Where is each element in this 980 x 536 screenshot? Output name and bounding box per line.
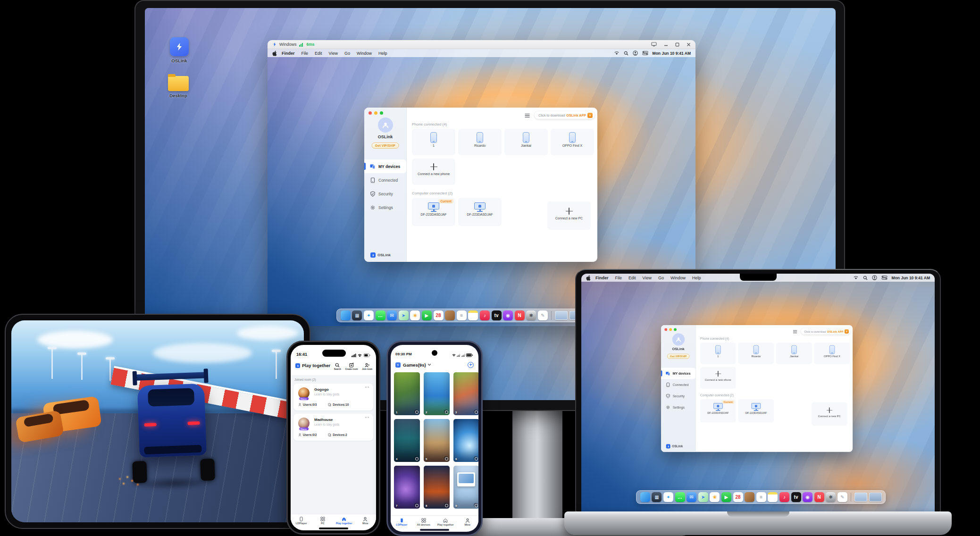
game-settings-icon[interactable] <box>414 410 419 414</box>
sidebar-item-settings[interactable]: Settings <box>661 402 695 413</box>
room-card[interactable]: Owner Gogogo Learn to slay gods Users:0/… <box>293 384 373 410</box>
sidebar-item-security[interactable]: Security <box>364 187 406 201</box>
tab-play-together[interactable]: Play together <box>435 516 457 528</box>
game-settings-icon[interactable] <box>444 456 448 461</box>
dock-app-icon[interactable]: ▶ <box>721 492 731 502</box>
wifi-icon[interactable] <box>614 51 620 55</box>
maximize-icon[interactable] <box>675 42 679 47</box>
connect-new-phone-button[interactable]: Connect a new phone <box>412 159 455 185</box>
sidebar-item-connected[interactable]: Connected <box>364 173 406 187</box>
add-game-button[interactable] <box>468 362 474 368</box>
game-settings-icon[interactable] <box>474 410 478 414</box>
user-menu-icon[interactable] <box>872 275 877 280</box>
menu-item[interactable]: Edit <box>315 51 322 56</box>
dock-app-icon[interactable]: ➤ <box>698 492 708 502</box>
tab-ldplayer[interactable]: LDPlayer <box>391 516 413 528</box>
game-settings-icon[interactable] <box>414 456 419 461</box>
more-options-icon[interactable] <box>368 417 369 418</box>
dock-app-icon[interactable] <box>555 311 568 320</box>
sidebar-item-my-devices[interactable]: MY devices <box>364 159 406 173</box>
game-settings-icon[interactable] <box>444 410 448 414</box>
dock-app-icon[interactable]: ◉ <box>503 310 513 320</box>
menu-item[interactable]: Window <box>357 51 372 56</box>
dock-app-icon[interactable]: ◉ <box>803 492 812 502</box>
connect-new-pc-button[interactable]: Connect a new PC <box>812 402 847 426</box>
home-indicator[interactable] <box>420 529 449 531</box>
games-dropdown-label[interactable]: Games(9s) <box>403 362 426 368</box>
menu-item[interactable]: File <box>615 276 622 280</box>
dock-app-icon[interactable]: ♪ <box>480 310 490 320</box>
menu-item[interactable]: Window <box>670 276 686 280</box>
close-window-button[interactable] <box>664 328 667 331</box>
sidebar-item-my-devices[interactable]: MY devices <box>661 368 695 379</box>
game-settings-icon[interactable] <box>474 456 478 461</box>
phone-device-card[interactable]: Ricardo <box>738 343 774 364</box>
search-icon[interactable] <box>863 276 868 280</box>
game-thumbnail[interactable]: 7 <box>394 466 420 509</box>
dock-app-icon[interactable]: ✦ <box>663 492 673 502</box>
tab-pc[interactable]: PC <box>312 514 333 527</box>
dock-app-icon[interactable]: ♪ <box>779 492 789 502</box>
download-app-button[interactable]: Click to download OSLink APP <box>801 328 850 335</box>
phone-device-card[interactable]: Jiankai <box>776 343 812 364</box>
home-indicator[interactable] <box>319 528 348 529</box>
menu-item[interactable]: File <box>302 51 309 56</box>
menu-item[interactable]: Finder <box>282 51 295 56</box>
phone-device-card[interactable]: OPPO Find X <box>551 129 594 155</box>
dock-app-icon[interactable] <box>640 492 650 502</box>
chevron-down-icon[interactable] <box>427 363 431 366</box>
dock-app-icon[interactable]: tv <box>791 492 801 502</box>
display-settings-icon[interactable] <box>651 42 657 47</box>
menu-item[interactable]: Edit <box>628 276 636 280</box>
download-app-button[interactable]: Click to download OSLink APP <box>535 111 595 119</box>
dock-app-icon[interactable]: ✱ <box>526 310 536 320</box>
game-thumbnail[interactable]: 1 <box>394 372 420 415</box>
dock-app-icon[interactable]: ✉ <box>387 310 397 320</box>
game-settings-icon[interactable] <box>474 503 478 507</box>
zoom-window-button[interactable] <box>674 328 677 331</box>
dock-app-icon[interactable]: ▦ <box>652 492 662 502</box>
search-icon[interactable] <box>624 51 628 56</box>
apple-logo-icon[interactable] <box>586 275 591 281</box>
dock-app-icon[interactable]: 28 <box>434 310 444 320</box>
more-options-icon[interactable] <box>368 386 369 388</box>
computer-device-card[interactable]: Current DF-223DASDJAF <box>412 198 455 226</box>
dock-app-icon[interactable]: ≡ <box>457 310 467 320</box>
hamburger-menu-icon[interactable] <box>793 329 798 334</box>
dock-app-icon[interactable] <box>551 311 552 320</box>
dock-app-icon[interactable] <box>768 492 778 502</box>
remote-session-titlebar[interactable]: Windows 6ms <box>268 40 695 49</box>
desktop-icon-desktop-folder[interactable]: Desktop <box>164 73 193 98</box>
game-thumbnail[interactable]: 6 <box>453 419 478 462</box>
dock-app-icon[interactable]: … <box>376 310 385 320</box>
sidebar-item-settings[interactable]: Settings <box>364 201 406 214</box>
dock-app-icon[interactable]: ✉ <box>687 492 696 502</box>
dock-app-icon[interactable]: tv <box>492 310 502 320</box>
user-avatar[interactable] <box>378 117 393 133</box>
close-window-button[interactable] <box>369 111 372 115</box>
create-room-action[interactable]: Create room <box>345 363 358 370</box>
tab-play-together[interactable]: Play together <box>334 514 355 527</box>
computer-device-card[interactable]: DF-223DASDJAF <box>738 399 774 422</box>
dock-app-icon[interactable] <box>341 310 351 320</box>
phone-device-card[interactable]: Jiankai <box>504 129 548 155</box>
menubar-clock[interactable]: Mon Jun 10 9:41 AM <box>653 51 691 56</box>
game-settings-icon[interactable] <box>444 503 448 507</box>
dock-app-icon[interactable]: ✎ <box>838 492 847 502</box>
desktop-icon-oslink[interactable]: OSLink <box>165 37 193 63</box>
dock-app-icon[interactable]: ▶ <box>422 310 432 320</box>
computer-device-card[interactable]: DF-223DASDJAF <box>458 198 502 226</box>
dock-app-icon[interactable] <box>445 310 455 320</box>
dock-app-icon[interactable] <box>869 493 882 502</box>
dock-app-icon[interactable] <box>468 310 478 320</box>
game-thumbnail[interactable]: 5 <box>424 419 450 462</box>
minimize-window-button[interactable] <box>669 328 672 331</box>
zoom-window-button[interactable] <box>380 111 383 115</box>
game-thumbnail[interactable]: 2 <box>424 372 450 415</box>
phone-device-card[interactable]: 1 <box>412 129 455 155</box>
tab-mine[interactable]: Mine <box>457 516 479 528</box>
room-card[interactable]: Owner Madhouse Learn to slay gods Users:… <box>293 414 373 441</box>
phone-device-card[interactable]: 1 <box>700 343 736 364</box>
dock-app-icon[interactable]: ✦ <box>364 310 374 320</box>
get-vip-button[interactable]: Get VIP/SVIP <box>371 142 399 149</box>
